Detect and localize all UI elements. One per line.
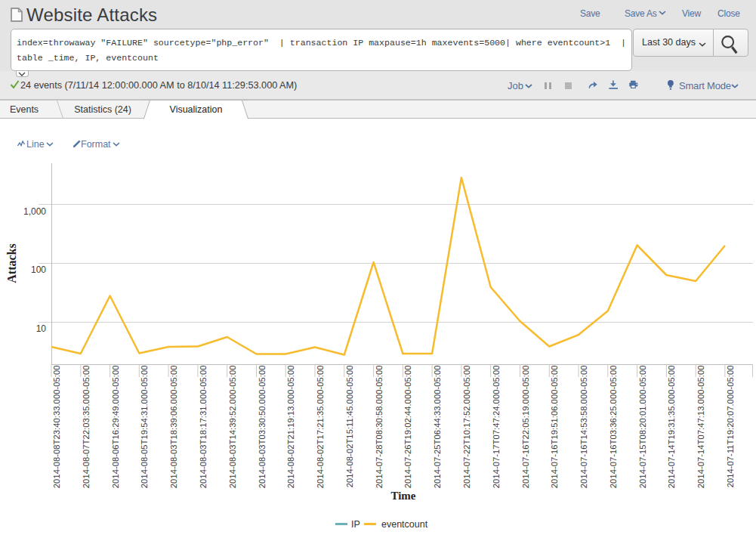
svg-text:2014-07-28T08:30:58.000-05:00: 2014-07-28T08:30:58.000-05:00: [375, 366, 384, 489]
svg-text:2014-08-08T23:40:33.000-05:00: 2014-08-08T23:40:33.000-05:00: [52, 366, 61, 489]
svg-text:2014-07-22T10:17:52.000-05:00: 2014-07-22T10:17:52.000-05:00: [462, 366, 471, 489]
svg-text:2014-08-03T18:39:06.000-05:00: 2014-08-03T18:39:06.000-05:00: [169, 366, 178, 489]
svg-text:2014-07-16T22:05:19.000-05:00: 2014-07-16T22:05:19.000-05:00: [521, 366, 530, 489]
svg-text:2014-08-03T18:17:31.000-05:00: 2014-08-03T18:17:31.000-05:00: [199, 366, 208, 489]
svg-text:2014-07-16T03:36:25.000-05:00: 2014-07-16T03:36:25.000-05:00: [609, 366, 618, 489]
svg-text:2014-08-07T22:03:35.000-05:00: 2014-08-07T22:03:35.000-05:00: [82, 366, 91, 489]
svg-text:2014-08-02T21:19:13.000-05:00: 2014-08-02T21:19:13.000-05:00: [286, 366, 295, 489]
svg-text:2014-07-17T07:47:24.000-05:00: 2014-07-17T07:47:24.000-05:00: [492, 366, 501, 489]
svg-text:2014-07-16T19:51:06.000-05:00: 2014-07-16T19:51:06.000-05:00: [550, 366, 559, 489]
svg-text:2014-07-15T08:20:01.000-05:00: 2014-07-15T08:20:01.000-05:00: [638, 366, 647, 489]
svg-text:2014-07-14T07:47:13.000-05:00: 2014-07-14T07:47:13.000-05:00: [696, 366, 705, 489]
svg-text:2014-08-05T19:54:31.000-05:00: 2014-08-05T19:54:31.000-05:00: [140, 366, 149, 489]
svg-text:2014-07-14T19:31:35.000-05:00: 2014-07-14T19:31:35.000-05:00: [667, 366, 676, 489]
svg-text:Time: Time: [390, 490, 415, 502]
svg-text:100: 100: [31, 264, 46, 275]
svg-text:2014-08-06T16:29:49.000-05:00: 2014-08-06T16:29:49.000-05:00: [111, 366, 120, 489]
svg-text:2014-07-26T19:02:44.000-05:00: 2014-07-26T19:02:44.000-05:00: [403, 366, 412, 489]
svg-text:2014-08-03T03:30:50.000-05:00: 2014-08-03T03:30:50.000-05:00: [258, 366, 267, 489]
svg-text:10: 10: [36, 323, 47, 334]
svg-text:2014-08-03T14:39:52.000-05:00: 2014-08-03T14:39:52.000-05:00: [228, 366, 237, 489]
svg-text:2014-07-11T19:20:07.000-05:00: 2014-07-11T19:20:07.000-05:00: [726, 366, 735, 488]
svg-text:2014-07-16T14:53:58.000-05:00: 2014-07-16T14:53:58.000-05:00: [579, 366, 588, 489]
svg-text:eventcount: eventcount: [381, 519, 428, 530]
svg-text:2014-08-02T15:11:45.000-05:00: 2014-08-02T15:11:45.000-05:00: [345, 366, 354, 488]
svg-text:2014-07-25T06:44:33.000-05:00: 2014-07-25T06:44:33.000-05:00: [433, 366, 442, 489]
svg-text:2014-08-02T17:21:35.000-05:00: 2014-08-02T17:21:35.000-05:00: [316, 366, 325, 489]
svg-text:Attacks: Attacks: [5, 243, 18, 283]
svg-text:1,000: 1,000: [23, 206, 46, 217]
svg-text:IP: IP: [351, 519, 360, 530]
